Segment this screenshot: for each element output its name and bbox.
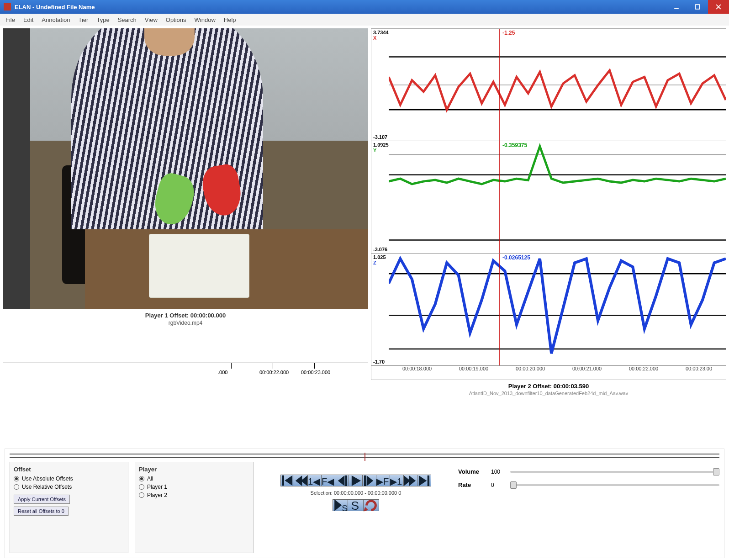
- radio-absolute-offsets[interactable]: Use Absolute Offsets: [14, 475, 124, 482]
- ruler-tick: 00:00:22.000: [259, 370, 289, 375]
- radio-icon: [14, 476, 19, 481]
- clear-selection-button[interactable]: S: [348, 499, 364, 511]
- step-back-sec-button[interactable]: 1◀: [308, 475, 322, 486]
- window-title: ELAN - Undefined File Name: [15, 4, 95, 11]
- player-panel: Player All Player 1 Player 2: [135, 462, 254, 553]
- sliders-panel: Volume 100 Rate 0: [458, 462, 719, 553]
- menu-file[interactable]: File: [5, 16, 15, 23]
- volume-slider[interactable]: [510, 471, 719, 473]
- global-timeline[interactable]: [10, 454, 719, 458]
- time-tick: 00:00:22.000: [629, 366, 658, 371]
- player-title: Player: [139, 466, 249, 473]
- minimize-button[interactable]: [666, 0, 687, 14]
- slider-thumb-icon[interactable]: [713, 468, 719, 475]
- maximize-button[interactable]: [687, 0, 708, 14]
- radio-player-2[interactable]: Player 2: [139, 492, 249, 498]
- svg-marker-14: [285, 475, 292, 486]
- rate-value: 0: [491, 482, 505, 488]
- menu-type[interactable]: Type: [96, 16, 109, 23]
- radio-label: Use Relative Offsets: [22, 484, 72, 490]
- menu-help[interactable]: Help: [224, 16, 236, 23]
- playhead[interactable]: [499, 29, 500, 141]
- radio-player-all[interactable]: All: [139, 475, 249, 482]
- reset-offsets-button[interactable]: Reset all Offsets to 0: [14, 507, 69, 516]
- player2-caption: Player 2 Offset: 00:00:03.590: [371, 383, 726, 390]
- radio-icon: [139, 476, 144, 481]
- apply-offsets-button[interactable]: Apply Current Offsets: [14, 495, 70, 504]
- track-y-value: -0.359375: [502, 142, 527, 148]
- step-fwd-frame-button[interactable]: ▶F: [376, 475, 390, 486]
- radio-relative-offsets[interactable]: Use Relative Offsets: [14, 484, 124, 490]
- next-scroll-button[interactable]: [404, 475, 417, 486]
- rate-slider[interactable]: [510, 484, 719, 486]
- prev-pixel-button[interactable]: [335, 475, 349, 486]
- menu-window[interactable]: Window: [195, 16, 216, 23]
- track-x: 3.7344 X -3.107 -1.25: [371, 29, 726, 141]
- player1-time-ruler[interactable]: .000 00:00:22.000 00:00:23.000: [3, 363, 368, 381]
- goto-end-button[interactable]: [417, 475, 431, 486]
- track-y: 1.0925 Y -3.076 -0.359375: [371, 141, 726, 254]
- svg-text:F◀: F◀: [322, 476, 334, 486]
- next-pixel-button[interactable]: [363, 475, 376, 486]
- offset-panel: Offset Use Absolute Offsets Use Relative…: [10, 462, 128, 553]
- loop-mode-button[interactable]: [364, 499, 379, 511]
- goto-start-button[interactable]: [280, 475, 294, 486]
- radio-icon: [139, 484, 144, 490]
- time-tick: 00:00:23.00: [686, 366, 712, 371]
- track-x-max: 3.7344: [373, 30, 389, 35]
- playhead[interactable]: [499, 141, 500, 253]
- svg-rect-13: [282, 475, 284, 486]
- svg-text:▶1: ▶1: [390, 476, 402, 486]
- offset-title: Offset: [14, 466, 124, 473]
- step-fwd-sec-button[interactable]: ▶1: [390, 475, 404, 486]
- track-z-label: Z: [373, 260, 376, 265]
- ruler-tick: 00:00:23.000: [301, 370, 330, 375]
- track-x-min: -3.107: [373, 134, 387, 140]
- timeline-cursor-icon[interactable]: [364, 453, 365, 461]
- track-z: 1.025 Z -1.70 -0.0265125: [371, 254, 726, 366]
- menubar: File Edit Annotation Tier Type Search Vi…: [0, 14, 729, 26]
- svg-rect-29: [428, 475, 429, 486]
- rate-label: Rate: [458, 481, 486, 488]
- track-y-min: -3.076: [373, 247, 387, 252]
- radio-icon: [14, 484, 19, 490]
- bottom-panel: Offset Use Absolute Offsets Use Relative…: [5, 449, 724, 558]
- track-z-min: -1.70: [373, 359, 385, 365]
- play-pause-button[interactable]: [349, 475, 363, 486]
- menu-view[interactable]: View: [145, 16, 158, 23]
- radio-label: All: [147, 475, 153, 482]
- close-button[interactable]: [708, 0, 729, 14]
- player1-caption: Player 1 Offset: 00:00:00.000: [3, 312, 368, 319]
- prev-scroll-button[interactable]: [294, 475, 308, 486]
- radio-label: Player 1: [147, 484, 167, 490]
- track-z-max: 1.025: [373, 254, 386, 260]
- radio-label: Player 2: [147, 492, 167, 498]
- volume-label: Volume: [458, 468, 486, 475]
- menu-edit[interactable]: Edit: [23, 16, 33, 23]
- titlebar: ELAN - Undefined File Name: [0, 0, 729, 14]
- time-tick: 00:00:18.000: [402, 366, 432, 371]
- svg-rect-20: [345, 475, 347, 486]
- track-x-value: -1.25: [502, 30, 515, 36]
- svg-rect-22: [364, 475, 366, 486]
- playhead[interactable]: [499, 254, 500, 365]
- volume-value: 100: [491, 469, 505, 475]
- svg-text:S: S: [342, 503, 348, 512]
- signal-viewer[interactable]: 3.7344 X -3.107 -1.25 1.0925 Y -3.076 -0…: [371, 28, 726, 380]
- svg-text:▶F: ▶F: [376, 476, 389, 486]
- svg-rect-1: [695, 5, 700, 9]
- play-selection-button[interactable]: S: [333, 499, 348, 511]
- menu-options[interactable]: Options: [166, 16, 186, 23]
- menu-annotation[interactable]: Annotation: [42, 16, 70, 23]
- slider-thumb-icon[interactable]: [510, 481, 517, 489]
- svg-marker-21: [352, 475, 361, 486]
- step-back-frame-button[interactable]: F◀: [322, 475, 335, 486]
- selection-readout: Selection: 00:00:00.000 - 00:00:00.000 0: [311, 490, 401, 496]
- video-player-1[interactable]: [3, 28, 368, 309]
- time-axis: 00:00:18.000 00:00:19.000 00:00:20.000 0…: [371, 366, 726, 380]
- menu-search[interactable]: Search: [118, 16, 137, 23]
- app-icon: [4, 3, 11, 11]
- menu-tier[interactable]: Tier: [79, 16, 89, 23]
- svg-text:S: S: [351, 499, 359, 512]
- radio-player-1[interactable]: Player 1: [139, 484, 249, 490]
